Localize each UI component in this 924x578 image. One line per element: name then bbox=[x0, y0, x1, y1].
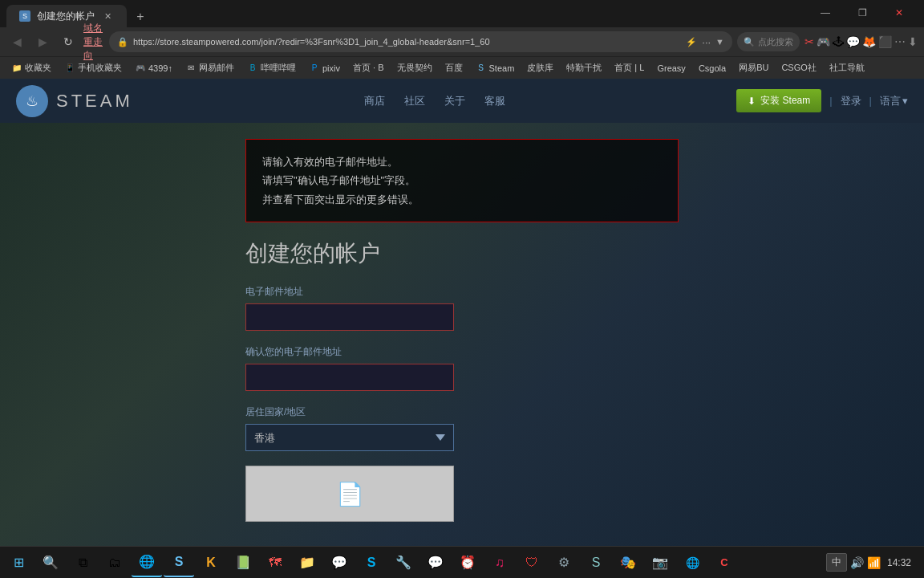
ext-icon-5[interactable]: 🦊 bbox=[862, 35, 876, 48]
bookmark-163bu[interactable]: 网易BU bbox=[734, 60, 773, 75]
taskbar-taskview[interactable]: ⧉ bbox=[67, 548, 98, 577]
restore-button[interactable]: ❐ bbox=[844, 0, 881, 27]
bookmark-social[interactable]: 社工导航 bbox=[825, 60, 869, 75]
bookmark-4399[interactable]: 🎮 4399↑ bbox=[130, 61, 177, 75]
taskbar-right: 中 🔊 📶 14:32 bbox=[826, 553, 921, 572]
taskbar-volume[interactable]: 🔊 bbox=[850, 556, 864, 569]
taskbar-time[interactable]: 14:32 bbox=[884, 557, 914, 568]
steam-nav: 商店 社区 关于 客服 bbox=[364, 94, 505, 108]
address-bar-dropdown[interactable]: ▼ bbox=[715, 37, 724, 47]
taskbar-item-steam2[interactable]: S bbox=[581, 548, 611, 577]
ext-icon-6[interactable]: ⬛ bbox=[878, 35, 892, 48]
taskbar-item-screenshot[interactable]: 📷 bbox=[645, 548, 675, 577]
taskbar-start[interactable]: ⊞ bbox=[3, 548, 34, 577]
close-window-button[interactable]: ✕ bbox=[881, 0, 918, 27]
bookmark-special[interactable]: 特勤干扰 bbox=[561, 60, 606, 75]
nav-store[interactable]: 商店 bbox=[364, 94, 385, 108]
taskbar-item-skype[interactable]: S bbox=[356, 548, 387, 577]
taskbar-item-k[interactable]: K bbox=[196, 548, 226, 577]
taskbar-item-map[interactable]: 🗺 bbox=[260, 548, 290, 577]
minimize-button[interactable]: — bbox=[807, 0, 844, 27]
forward-button[interactable]: ▶ bbox=[32, 31, 53, 52]
separator-2: | bbox=[869, 95, 872, 107]
bookmark-label-steam: Steam bbox=[489, 63, 515, 73]
files-icon: 🗂 bbox=[106, 554, 124, 572]
ext-icon-apps[interactable]: ⋯ bbox=[894, 35, 906, 48]
screenshot-icon: 📷 bbox=[651, 554, 669, 572]
ext-icon-4[interactable]: 💬 bbox=[846, 35, 860, 48]
taskbar-item-gear[interactable]: ⚙ bbox=[549, 548, 579, 577]
bookmark-163[interactable]: ✉ 网易邮件 bbox=[180, 60, 239, 75]
bookmark-baidu[interactable]: 百度 bbox=[440, 60, 468, 75]
bookmark-favorites[interactable]: 📁 收藏夹 bbox=[6, 60, 56, 75]
captcha-box[interactable]: 📄 bbox=[245, 466, 454, 522]
taskbar-item-browser2[interactable]: 🌐 bbox=[677, 548, 707, 577]
bookmark-label-special: 特勤干扰 bbox=[566, 62, 602, 74]
taskbar-steam[interactable]: S bbox=[164, 548, 194, 577]
taskbar-item-note[interactable]: 📗 bbox=[228, 548, 258, 577]
bookmark-home2[interactable]: 首页 | L bbox=[610, 60, 649, 75]
bookmark-csgo[interactable]: CSGO社 bbox=[776, 60, 821, 75]
nav-support[interactable]: 客服 bbox=[484, 94, 505, 108]
address-bar[interactable]: 🔒 https://store.steampowered.com/join/?r… bbox=[109, 31, 732, 52]
taskbar-browser[interactable]: 🌐 bbox=[132, 548, 162, 577]
install-steam-button[interactable]: ⬇ 安装 Steam bbox=[736, 89, 821, 112]
lightning-icon: ⚡ bbox=[686, 37, 697, 47]
download-icon[interactable]: ⬇ bbox=[908, 35, 918, 48]
language-selector[interactable]: 语言 ▾ bbox=[880, 94, 908, 108]
new-tab-button[interactable]: + bbox=[130, 6, 151, 27]
taskbar-item-chat[interactable]: 💬 bbox=[324, 548, 355, 577]
bookmark-mobile[interactable]: 📱 手机收藏夹 bbox=[59, 60, 127, 75]
search-placeholder: 点此搜索 bbox=[758, 36, 793, 48]
confirm-email-input[interactable] bbox=[245, 364, 454, 391]
bookmark-steam[interactable]: S Steam bbox=[471, 61, 520, 75]
ext-icon-1[interactable]: ✂ bbox=[804, 35, 814, 48]
home-button[interactable]: 域名重走向 bbox=[83, 31, 104, 52]
ext-icon-3[interactable]: 🕹 bbox=[833, 35, 844, 48]
taskbar-item-csgo[interactable]: C bbox=[709, 548, 740, 577]
taskbar-files[interactable]: 🗂 bbox=[99, 548, 130, 577]
bookmark-skin[interactable]: 皮肤库 bbox=[522, 60, 558, 75]
main-content: 请输入有效的电子邮件地址。 请填写"确认电子邮件地址"字段。 并查看下面突出显示… bbox=[0, 123, 924, 546]
address-bar-menu[interactable]: ··· bbox=[702, 36, 711, 48]
taskbar: ⊞ 🔍 ⧉ 🗂 🌐 S K 📗 🗺 📁 💬 S 🔧 💬 ⏰ ♫ bbox=[0, 546, 924, 578]
email-label: 电子邮件地址 bbox=[245, 285, 679, 299]
taskbar-item-skin[interactable]: 🎭 bbox=[613, 548, 643, 577]
lang-ch-button[interactable]: 中 bbox=[826, 553, 847, 572]
back-button[interactable]: ◀ bbox=[6, 31, 27, 52]
steam-logo: ♨ bbox=[16, 85, 48, 117]
bookmark-csgola[interactable]: Csgola bbox=[694, 62, 731, 75]
search-box[interactable]: 🔍 点此搜索 bbox=[737, 32, 800, 51]
taskbar-item-alarm[interactable]: ⏰ bbox=[452, 548, 483, 577]
login-link[interactable]: 登录 bbox=[841, 94, 861, 108]
bookmark-pixiv[interactable]: P pixiv bbox=[304, 61, 345, 75]
bookmark-label-home2: 首页 | L bbox=[614, 62, 644, 74]
nav-community[interactable]: 社区 bbox=[404, 94, 425, 108]
folder-taskbar-icon: 📁 bbox=[298, 554, 316, 572]
windows-icon: ⊞ bbox=[10, 554, 27, 572]
email-input[interactable] bbox=[245, 303, 454, 331]
taskbar-item-music[interactable]: ♫ bbox=[484, 548, 515, 577]
ext-icon-2[interactable]: 🎮 bbox=[817, 35, 830, 48]
taskbar-network[interactable]: 📶 bbox=[867, 556, 881, 569]
active-tab[interactable]: S 创建您的帐户 ✕ bbox=[6, 5, 127, 27]
browser-icon: 🌐 bbox=[138, 553, 156, 571]
bookmark-valorant[interactable]: 无畏契约 bbox=[392, 60, 437, 75]
taskbar-item-shield[interactable]: 🛡 bbox=[517, 548, 547, 577]
taskbar-search[interactable]: 🔍 bbox=[35, 548, 66, 577]
confirm-email-label: 确认您的电子邮件地址 bbox=[245, 345, 679, 359]
bookmark-greasy[interactable]: Greasy bbox=[652, 62, 690, 75]
refresh-button[interactable]: ↻ bbox=[58, 31, 79, 52]
bookmark-label-pixiv: pixiv bbox=[322, 63, 340, 73]
bookmark-label-mobile: 手机收藏夹 bbox=[78, 62, 122, 74]
page-title: 创建您的帐户 bbox=[245, 238, 679, 269]
bookmark-label: 收藏夹 bbox=[25, 62, 51, 74]
nav-about[interactable]: 关于 bbox=[444, 94, 465, 108]
bookmark-bilibili[interactable]: B 哔哩哔哩 bbox=[242, 60, 301, 75]
taskbar-item-folder[interactable]: 📁 bbox=[292, 548, 322, 577]
search-icon: 🔍 bbox=[744, 37, 755, 47]
taskbar-item-tool[interactable]: 🔧 bbox=[388, 548, 419, 577]
taskbar-item-wechat[interactable]: 💬 bbox=[420, 548, 451, 577]
bookmark-homepage[interactable]: 首页 · B bbox=[348, 60, 389, 75]
country-select[interactable]: 香港 中国 台湾 美国 日本 bbox=[245, 424, 454, 451]
